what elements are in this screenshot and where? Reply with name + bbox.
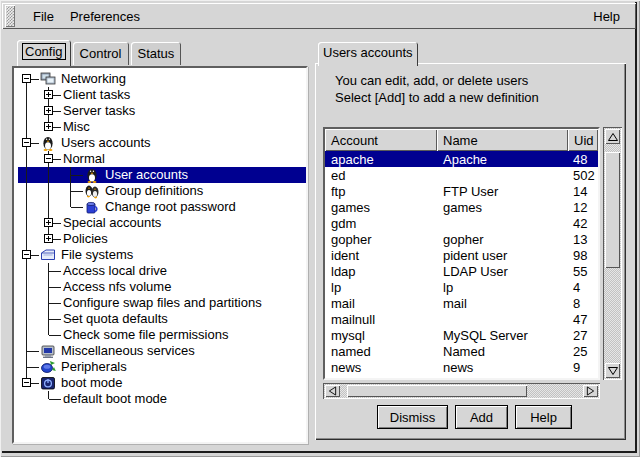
tree-row[interactable]: User accounts [18, 167, 306, 183]
tree-row[interactable]: Check some file permissions [18, 327, 306, 343]
scroll-down-button[interactable] [605, 363, 620, 378]
tree-guide [18, 231, 40, 247]
tree-row[interactable]: boot mode [18, 375, 306, 391]
tree-row[interactable]: Change root password [18, 199, 306, 215]
expander-minus-icon[interactable] [22, 378, 31, 387]
tree-connector [18, 375, 40, 391]
horizontal-scrollbar[interactable] [323, 383, 600, 399]
table-cell: MySQL Server [437, 328, 568, 343]
table-cell: 48 [568, 152, 598, 167]
table-row[interactable]: identpident user98 [325, 247, 598, 263]
tree-connector [62, 183, 84, 199]
tree-row[interactable]: Miscellaneous services [18, 343, 306, 359]
expander-minus-icon[interactable] [22, 250, 31, 259]
table-cell: ident [325, 248, 437, 263]
table-cell: named [325, 344, 437, 359]
column-header-name[interactable]: Name [437, 129, 568, 151]
table-row[interactable]: mailnull47 [325, 311, 598, 327]
tree-row[interactable]: Policies [18, 231, 306, 247]
expander-minus-icon[interactable] [22, 138, 31, 147]
tree-label: User accounts [104, 167, 192, 183]
services-icon [40, 343, 57, 359]
tree-row[interactable]: Misc [18, 119, 306, 135]
dismiss-button[interactable]: Dismiss [377, 405, 448, 429]
expander-plus-icon[interactable] [44, 90, 53, 99]
table-cell: Apache [437, 152, 568, 167]
vertical-scrollbar-thumb[interactable] [605, 152, 620, 268]
tree-connector [40, 215, 62, 231]
table-cell: ldap [325, 264, 437, 279]
tree-label: boot mode [60, 375, 126, 391]
left-arrow-icon [328, 386, 337, 396]
table-cell: mail [437, 296, 568, 311]
tree-label: Check some file permissions [62, 327, 232, 343]
table-row[interactable]: mysqlMySQL Server27 [325, 327, 598, 343]
tree-row[interactable]: Server tasks [18, 103, 306, 119]
intro-text: You can edit, add, or delete users Selec… [335, 72, 539, 106]
tab-config[interactable]: Config [17, 40, 71, 66]
expander-plus-icon[interactable] [44, 122, 53, 131]
menu-bar: File Preferences Help [2, 3, 636, 29]
table-row[interactable]: lplp4 [325, 279, 598, 295]
tree-label: Miscellaneous services [60, 343, 199, 359]
tree-row[interactable]: Access local drive [18, 263, 306, 279]
tree-row[interactable]: Configure swap files and partitions [18, 295, 306, 311]
menu-help[interactable]: Help [585, 6, 628, 27]
tree-row[interactable]: File systems [18, 247, 306, 263]
table-cell: FTP User [437, 184, 568, 199]
column-header-uid[interactable]: Uid [568, 129, 598, 151]
expander-plus-icon[interactable] [44, 106, 53, 115]
table-row[interactable]: mailmail8 [325, 295, 598, 311]
tree-row[interactable]: Special accounts [18, 215, 306, 231]
table-row[interactable]: gophergopher13 [325, 231, 598, 247]
tree-connector [40, 87, 62, 103]
table-row[interactable]: ldapLDAP User55 [325, 263, 598, 279]
tree-row[interactable]: Client tasks [18, 87, 306, 103]
menu-file[interactable]: File [25, 6, 62, 27]
scroll-up-button[interactable] [605, 129, 620, 144]
expander-plus-icon[interactable] [44, 218, 53, 227]
tree-label: Policies [62, 231, 112, 247]
horizontal-scrollbar-thumb[interactable] [347, 385, 527, 397]
expander-plus-icon[interactable] [44, 234, 53, 243]
table-row[interactable]: newsnews9 [325, 359, 598, 375]
table-cell: mysql [325, 328, 437, 343]
menubar-grip-handle[interactable] [5, 5, 15, 27]
tree-row[interactable]: Access nfs volume [18, 279, 306, 295]
tree-row[interactable]: default boot mode [18, 391, 306, 407]
table-row[interactable]: ftpFTP User14 [325, 183, 598, 199]
expander-minus-icon[interactable] [44, 154, 53, 163]
tree-guide [18, 183, 40, 199]
expander-minus-icon[interactable] [22, 74, 31, 83]
table-row[interactable]: gamesgames12 [325, 199, 598, 215]
scroll-right-button[interactable] [583, 385, 598, 397]
tree-connector [40, 295, 62, 311]
table-row[interactable]: gdm42 [325, 215, 598, 231]
table-cell: gopher [325, 232, 437, 247]
tree-connector [40, 279, 62, 295]
vertical-scrollbar[interactable] [603, 127, 622, 380]
window-frame-right [635, 2, 637, 453]
tree-row[interactable]: Networking [18, 71, 306, 87]
column-header-account[interactable]: Account [325, 129, 437, 151]
menu-preferences[interactable]: Preferences [62, 6, 148, 27]
tab-status[interactable]: Status [131, 42, 182, 65]
tree-row[interactable]: Peripherals [18, 359, 306, 375]
table-row[interactable]: ed502 [325, 167, 598, 183]
tab-control[interactable]: Control [73, 42, 129, 65]
table-cell: 98 [568, 248, 598, 263]
tree-row[interactable]: Users accounts [18, 135, 306, 151]
add-button[interactable]: Add [455, 405, 508, 429]
tree-row[interactable]: Set quota defaults [18, 311, 306, 327]
tree-label: Access local drive [62, 263, 171, 279]
up-arrow-icon [608, 132, 618, 142]
tab-users-accounts[interactable]: Users accounts [318, 42, 418, 66]
help-button[interactable]: Help [515, 405, 572, 429]
scroll-left-button[interactable] [325, 385, 340, 397]
table-row[interactable]: namedNamed25 [325, 343, 598, 359]
table-cell: Named [437, 344, 568, 359]
table-row[interactable]: apacheApache48 [325, 151, 598, 167]
tree-row[interactable]: Group definitions [18, 183, 306, 199]
tree-row[interactable]: Normal [18, 151, 306, 167]
tree-guide [18, 311, 40, 327]
